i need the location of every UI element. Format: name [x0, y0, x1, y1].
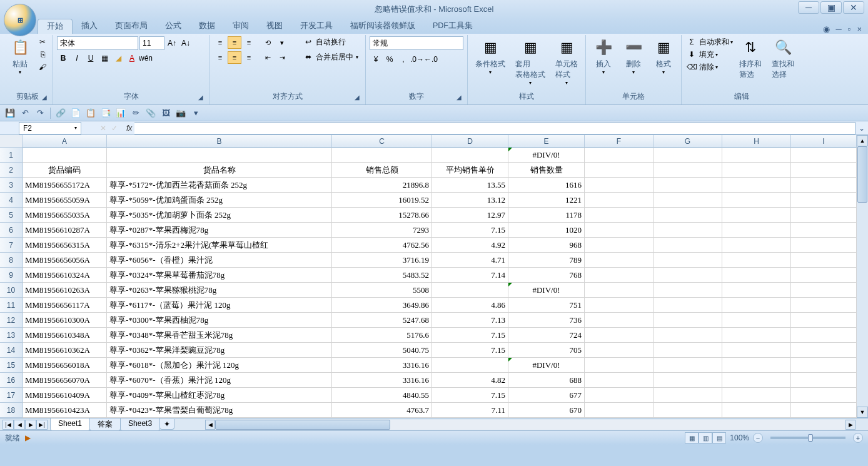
qat-save-button[interactable]: 💾: [4, 107, 16, 119]
qat-btn-9[interactable]: ✏: [129, 107, 142, 119]
qat-btn-10[interactable]: 📎: [144, 107, 157, 119]
cell-H17[interactable]: [722, 388, 791, 403]
row-header-13[interactable]: 13: [0, 328, 23, 343]
cell-I12[interactable]: [791, 313, 857, 328]
cell-H11[interactable]: [722, 298, 791, 313]
cell-D8[interactable]: 4.71: [432, 253, 508, 268]
cell-A3[interactable]: MM81956655172A: [23, 178, 107, 193]
cell-F4[interactable]: [585, 193, 654, 208]
cancel-icon[interactable]: ✕: [100, 124, 106, 133]
cell-E14[interactable]: 705: [508, 343, 585, 358]
cell-F13[interactable]: [585, 328, 654, 343]
cell-F8[interactable]: [585, 253, 654, 268]
cell-styles-button[interactable]: ▦单元格 样式▾: [552, 36, 582, 87]
cell-I17[interactable]: [791, 388, 857, 403]
cell-G18[interactable]: [654, 403, 722, 418]
alignment-launcher[interactable]: ◢: [355, 94, 363, 103]
cell-G11[interactable]: [654, 298, 722, 313]
cell-A13[interactable]: MM81956610348A: [23, 328, 107, 343]
row-header-1[interactable]: 1: [0, 148, 23, 163]
cell-G10[interactable]: [654, 283, 722, 298]
cell-C11[interactable]: 3649.86: [332, 298, 432, 313]
clear-button[interactable]: ⌫清除▾: [685, 61, 733, 73]
cell-H5[interactable]: [722, 208, 791, 223]
cell-F10[interactable]: [585, 283, 654, 298]
cell-I11[interactable]: [791, 298, 857, 313]
sheet-tab-答案[interactable]: 答案: [89, 418, 121, 431]
cell-I5[interactable]: [791, 208, 857, 223]
cell-D9[interactable]: 7.14: [432, 268, 508, 283]
cell-E18[interactable]: 670: [508, 403, 585, 418]
row-header-17[interactable]: 17: [0, 388, 23, 403]
cell-G8[interactable]: [654, 253, 722, 268]
autosum-button[interactable]: Σ自动求和▾: [685, 36, 733, 48]
format-painter-button[interactable]: 🖌: [36, 61, 49, 73]
row-header-11[interactable]: 11: [0, 298, 23, 313]
cell-C1[interactable]: [332, 148, 432, 163]
row-header-9[interactable]: 9: [0, 268, 23, 283]
cell-C8[interactable]: 3716.19: [332, 253, 432, 268]
cell-H6[interactable]: [722, 223, 791, 238]
zoom-slider[interactable]: [770, 437, 845, 439]
ribbon-restore-icon[interactable]: ▫: [848, 24, 851, 34]
cell-A4[interactable]: MM81956655059A: [23, 193, 107, 208]
cell-I3[interactable]: [791, 178, 857, 193]
tab-公式[interactable]: 公式: [156, 19, 190, 34]
cell-G13[interactable]: [654, 328, 722, 343]
zoom-in-button[interactable]: +: [853, 433, 863, 443]
cell-A18[interactable]: MM81956610423A: [23, 403, 107, 418]
align-right-button[interactable]: ≡: [242, 51, 256, 64]
cell-F12[interactable]: [585, 313, 654, 328]
cell-B18[interactable]: 尊享-*0423*-苹果雪梨白葡萄泥78g: [107, 403, 332, 418]
cell-C10[interactable]: 5508: [332, 283, 432, 298]
wrap-text-button[interactable]: ↩自动换行: [302, 36, 358, 48]
cell-D11[interactable]: 4.86: [432, 298, 508, 313]
row-header-2[interactable]: 2: [0, 163, 23, 178]
row-header-15[interactable]: 15: [0, 358, 23, 373]
cut-button[interactable]: ✂: [36, 36, 49, 48]
cell-I4[interactable]: [791, 193, 857, 208]
cell-F3[interactable]: [585, 178, 654, 193]
paste-button[interactable]: 📋 粘贴 ▾: [6, 36, 34, 76]
cell-C4[interactable]: 16019.52: [332, 193, 432, 208]
cell-B13[interactable]: 尊享-*0348*-苹果香芒甜玉米泥78g: [107, 328, 332, 343]
font-color-button[interactable]: A: [126, 53, 138, 64]
cell-B17[interactable]: 尊享-*0409*-苹果山楂红枣泥78g: [107, 388, 332, 403]
cell-I6[interactable]: [791, 223, 857, 238]
close-button[interactable]: ✕: [843, 1, 864, 14]
cell-B10[interactable]: 尊享-*0263*-苹果猕猴桃泥78g: [107, 283, 332, 298]
cell-H7[interactable]: [722, 238, 791, 253]
cell-E1[interactable]: #DIV/0!: [508, 148, 585, 163]
cell-G1[interactable]: [654, 148, 722, 163]
qat-btn-4[interactable]: 🔗: [54, 107, 67, 119]
cell-A16[interactable]: MM81956656070A: [23, 373, 107, 388]
fill-button[interactable]: ⬇填充▾: [685, 49, 733, 60]
cell-I9[interactable]: [791, 268, 857, 283]
cell-I13[interactable]: [791, 328, 857, 343]
cell-G14[interactable]: [654, 343, 722, 358]
cell-A10[interactable]: MM81956610263A: [23, 283, 107, 298]
cell-B3[interactable]: 尊享-*5172*-优加西兰花香菇面条 252g: [107, 178, 332, 193]
cell-A11[interactable]: MM81956656117A: [23, 298, 107, 313]
tab-福昕阅读器领鲜版[interactable]: 福昕阅读器领鲜版: [341, 19, 424, 34]
hscroll-thumb[interactable]: [215, 420, 390, 430]
cell-F7[interactable]: [585, 238, 654, 253]
cell-B9[interactable]: 尊享-*0324*-苹果草莓番茄泥78g: [107, 268, 332, 283]
cell-C18[interactable]: 4763.7: [332, 403, 432, 418]
tab-页面布局[interactable]: 页面布局: [106, 19, 156, 34]
cell-H15[interactable]: [722, 358, 791, 373]
ribbon-close-icon[interactable]: ×: [857, 24, 862, 34]
increase-decimal-button[interactable]: .0→: [411, 54, 423, 65]
merge-center-button[interactable]: ⬌合并后居中▾: [302, 51, 358, 63]
cell-I7[interactable]: [791, 238, 857, 253]
cell-A12[interactable]: MM81956610300A: [23, 313, 107, 328]
cell-H2[interactable]: [722, 163, 791, 178]
orientation-drop[interactable]: ▾: [275, 36, 289, 49]
zoom-thumb[interactable]: [808, 434, 813, 442]
scroll-left-button[interactable]: ◀: [205, 420, 215, 430]
format-button[interactable]: ▦格式▾: [650, 36, 677, 76]
row-header-8[interactable]: 8: [0, 253, 23, 268]
col-header-H[interactable]: H: [722, 135, 791, 148]
cell-A7[interactable]: MM81956656315A: [23, 238, 107, 253]
cell-E16[interactable]: 688: [508, 373, 585, 388]
